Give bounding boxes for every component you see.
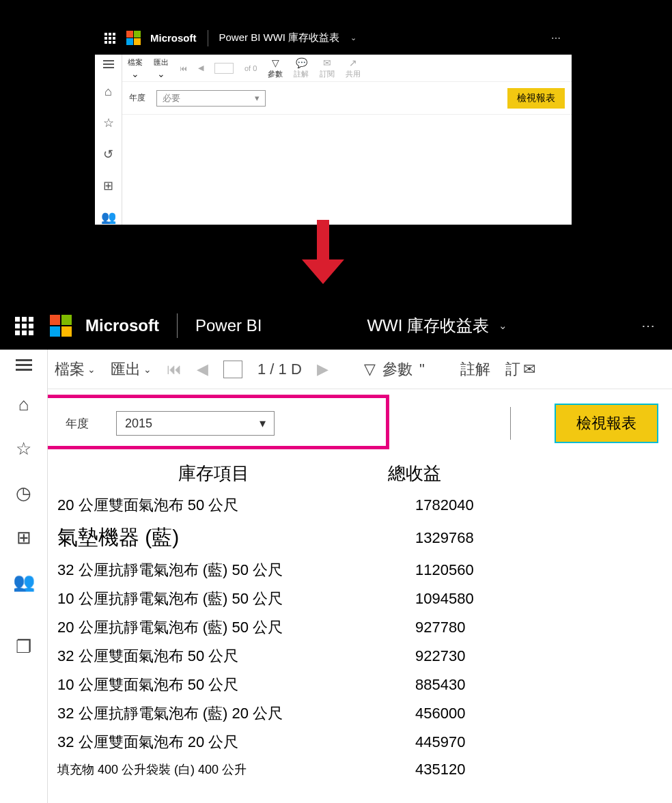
cell-item: 10 公厘雙面氣泡布 50 公尺 — [53, 675, 374, 695]
cell-revenue: 885430 — [374, 676, 667, 694]
subscribe-button[interactable]: 訂✉ — [505, 359, 535, 380]
table-row: 20 公厘抗靜電氣泡布 (藍) 50 公尺927780 — [53, 613, 667, 642]
pager-label: 1 / 1 D — [257, 361, 302, 378]
comments-button[interactable]: 💬註解 — [294, 57, 309, 79]
report-table: 庫存項目 總收益 20 公厘雙面氣泡布 50 公尺1782040氣墊機器 (藍)… — [48, 457, 672, 783]
divider — [510, 407, 511, 440]
app-header: Microsoft Power BI WWI 庫存收益表 ⌄ ⋯ — [95, 21, 572, 55]
cell-item: 氣墊機器 (藍) — [53, 524, 374, 552]
more-options-icon[interactable]: ⋯ — [551, 33, 562, 44]
pager-prev-icon[interactable]: ◀ — [198, 64, 204, 72]
chevron-down-icon[interactable]: ⌄ — [350, 33, 356, 42]
page-input[interactable] — [223, 361, 242, 378]
panel-after: Microsoft Power BI WWI 庫存收益表 ⌄ ⋯ ⌂ ☆ ◷ ⊞… — [0, 300, 672, 803]
panel-before: Microsoft Power BI WWI 庫存收益表 ⌄ ⋯ ⌂ ☆ ↺ ⊞… — [94, 20, 572, 225]
apps-icon[interactable]: ⊞ — [103, 178, 113, 193]
page-input[interactable] — [214, 63, 234, 74]
cell-revenue: 435120 — [374, 761, 667, 778]
parameter-bar: 年度 必要 ▾ 檢視報表 — [122, 82, 572, 115]
cell-revenue: 922730 — [374, 647, 667, 665]
cell-item: 32 公厘雙面氣泡布 20 公尺 — [53, 732, 374, 752]
microsoft-logo-icon — [126, 31, 141, 45]
pager-next-icon[interactable]: ▶ — [317, 361, 328, 378]
empty-report-area — [122, 115, 572, 210]
parameters-button[interactable]: ▽ 參數 " — [364, 359, 425, 380]
table-row: 20 公厘雙面氣泡布 50 公尺1782040 — [53, 491, 667, 520]
highlight-box — [48, 395, 389, 449]
more-options-icon[interactable]: ⋯ — [641, 318, 657, 334]
chevron-down-icon[interactable]: ⌄ — [499, 320, 507, 332]
pager-prev-icon[interactable]: ◀ — [197, 361, 208, 378]
comments-button[interactable]: 註解 — [460, 359, 490, 380]
view-report-button[interactable]: 檢視報表 — [507, 88, 565, 109]
cell-item: 10 公厘抗靜電氣泡布 (藍) 50 公尺 — [53, 589, 374, 609]
down-arrow-icon — [287, 220, 355, 288]
cell-revenue: 456000 — [374, 705, 667, 722]
microsoft-label: Microsoft — [85, 316, 159, 335]
report-toolbar: 檔案⌄ 匯出⌄ ⏮ ◀ 1 / 1 D ▶ ▽ 參數 " 註解 訂✉ — [48, 350, 672, 389]
apps-icon[interactable]: ⊞ — [16, 527, 31, 548]
pager-first-icon[interactable]: ⏮ — [167, 361, 182, 378]
file-menu[interactable]: 檔案⌄ — [128, 57, 143, 79]
export-menu[interactable]: 匯出⌄ — [111, 359, 152, 380]
table-row: 10 公厘雙面氣泡布 50 公尺885430 — [53, 671, 667, 699]
table-row: 氣墊機器 (藍)1329768 — [53, 520, 667, 556]
favorites-icon[interactable]: ☆ — [103, 115, 114, 130]
divider — [177, 313, 178, 338]
table-row: 填充物 400 公升袋裝 (白) 400 公升435120 — [53, 757, 667, 783]
cell-item: 填充物 400 公升袋裝 (白) 400 公升 — [53, 761, 374, 778]
pager-first-icon[interactable]: ⏮ — [180, 64, 187, 72]
microsoft-label: Microsoft — [150, 32, 197, 44]
param-year-select[interactable]: 必要 ▾ — [156, 90, 266, 107]
side-nav: ⌂ ☆ ◷ ⊞ 👥 ❐ — [0, 350, 48, 803]
page-of-label: of 0 — [244, 64, 257, 72]
side-nav: ⌂ ☆ ↺ ⊞ 👥 — [95, 55, 122, 225]
param-year-label: 年度 — [129, 92, 145, 104]
cell-item: 32 公厘抗靜電氣泡布 (藍) 50 公尺 — [53, 560, 374, 580]
view-report-button[interactable]: 檢視報表 — [555, 404, 658, 443]
cell-revenue: 1329768 — [374, 529, 667, 547]
recent-icon[interactable]: ↺ — [103, 147, 113, 162]
app-launcher-icon[interactable] — [15, 317, 33, 335]
table-row: 32 公厘抗靜電氣泡布 (藍) 50 公尺1120560 — [53, 556, 667, 584]
workspaces-icon[interactable]: ❐ — [16, 636, 31, 658]
col-header-item: 庫存項目 — [53, 462, 374, 485]
cell-revenue: 1120560 — [374, 561, 667, 579]
cell-revenue: 445970 — [374, 733, 667, 751]
cell-revenue: 1782040 — [374, 496, 667, 514]
report-title: Power BI WWI 庫存收益表 — [219, 31, 340, 44]
home-icon[interactable]: ⌂ — [18, 394, 29, 415]
report-toolbar: 檔案⌄ 匯出⌄ ⏮ ◀ of 0 ▽參數 💬註解 ✉訂閱 ↗共用 — [122, 55, 572, 82]
cell-item: 20 公厘雙面氣泡布 50 公尺 — [53, 495, 374, 516]
recent-icon[interactable]: ◷ — [16, 483, 31, 504]
menu-icon[interactable] — [103, 60, 114, 68]
subscribe-button[interactable]: ✉訂閱 — [320, 57, 335, 79]
table-row: 32 公厘雙面氣泡布 50 公尺922730 — [53, 642, 667, 671]
microsoft-logo-icon — [50, 315, 72, 337]
app-header: Microsoft Power BI WWI 庫存收益表 ⌄ ⋯ — [0, 302, 672, 350]
cell-revenue: 927780 — [374, 619, 667, 636]
export-menu[interactable]: 匯出⌄ — [154, 57, 169, 79]
select-placeholder: 必要 — [163, 92, 180, 104]
app-name: Power BI — [195, 316, 262, 335]
table-row: 10 公厘抗靜電氣泡布 (藍) 50 公尺1094580 — [53, 584, 667, 613]
shared-icon[interactable]: 👥 — [101, 210, 116, 225]
home-icon[interactable]: ⌂ — [104, 85, 112, 99]
cell-item: 20 公厘抗靜電氣泡布 (藍) 50 公尺 — [53, 617, 374, 638]
cell-item: 32 公厘抗靜電氣泡布 (藍) 20 公尺 — [53, 703, 374, 724]
col-header-revenue: 總收益 — [374, 462, 667, 485]
app-launcher-icon[interactable] — [104, 33, 115, 44]
cell-item: 32 公厘雙面氣泡布 50 公尺 — [53, 646, 374, 666]
cell-revenue: 1094580 — [374, 590, 667, 608]
favorites-icon[interactable]: ☆ — [16, 438, 31, 460]
table-row: 32 公厘雙面氣泡布 20 公尺445970 — [53, 728, 667, 757]
shared-icon[interactable]: 👥 — [13, 572, 35, 593]
table-row: 32 公厘抗靜電氣泡布 (藍) 20 公尺456000 — [53, 699, 667, 728]
report-title: WWI 庫存收益表 ⌄ — [367, 315, 507, 337]
file-menu[interactable]: 檔案⌄ — [55, 359, 96, 380]
chevron-down-icon: ▾ — [255, 93, 260, 103]
share-button[interactable]: ↗共用 — [346, 57, 361, 79]
parameter-bar: 年度 2015 ▾ 檢視報表 — [48, 389, 672, 457]
parameters-button[interactable]: ▽參數 — [268, 57, 283, 79]
menu-icon[interactable] — [16, 359, 32, 371]
